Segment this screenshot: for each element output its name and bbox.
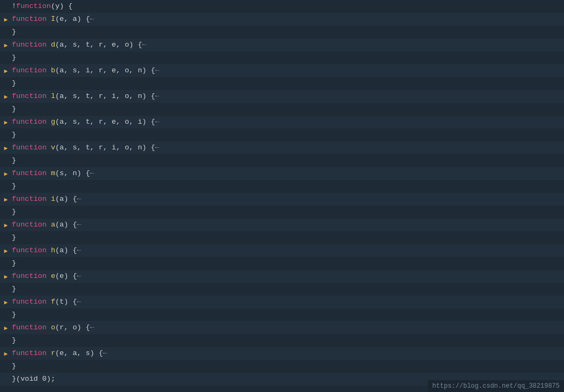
code-line: ▶ function f(t) {← — [0, 296, 564, 308]
code-line: ▶ function l(a, s, t, r, i, o, n) {← — [0, 90, 564, 103]
gutter-arrow[interactable]: ▶ — [0, 247, 12, 254]
gutter-arrow[interactable]: ▶ — [0, 325, 12, 331]
code-content: } — [12, 360, 564, 373]
code-line: } — [0, 129, 564, 141]
gutter-arrow[interactable]: ▶ — [0, 16, 12, 23]
code-content: } — [12, 103, 564, 116]
code-content: } — [12, 334, 564, 347]
gutter-arrow[interactable]: ▶ — [0, 42, 12, 49]
gutter-arrow[interactable]: ▶ — [0, 273, 12, 280]
code-content: function i(a) {← — [12, 193, 564, 206]
gutter-arrow[interactable]: ▶ — [0, 67, 12, 74]
gutter-arrow[interactable]: ▶ — [0, 145, 12, 152]
code-content: } — [12, 257, 564, 270]
code-content: } — [12, 180, 564, 193]
gutter-arrow[interactable]: ▶ — [0, 93, 12, 100]
code-line: ▶ function i(a) {← — [0, 193, 564, 206]
code-editor: !function(y) {▶ function I(e, a) {← }▶ f… — [0, 0, 564, 392]
code-line: ▶ function v(a, s, t, r, i, o, n) {← — [0, 141, 564, 154]
code-line: } — [0, 308, 564, 321]
code-content: } — [12, 308, 564, 321]
code-content: function I(e, a) {← — [12, 13, 564, 26]
code-line: } — [0, 231, 564, 244]
code-line: } — [0, 77, 564, 90]
gutter-arrow[interactable]: ▶ — [0, 119, 12, 126]
code-line: ▶ function o(r, o) {← — [0, 321, 564, 334]
code-line: } — [0, 257, 564, 270]
code-content: function d(a, s, t, r, e, o) {← — [12, 39, 564, 51]
gutter-arrow[interactable]: ▶ — [0, 350, 12, 357]
code-content: } — [12, 77, 564, 90]
code-content: function v(a, s, t, r, i, o, n) {← — [12, 141, 564, 154]
code-line: } — [0, 180, 564, 193]
code-line: ▶ function h(a) {← — [0, 244, 564, 257]
code-content: } — [12, 154, 564, 167]
gutter-arrow[interactable]: ▶ — [0, 196, 12, 203]
code-content: } — [12, 129, 564, 141]
code-line: ▶ function a(a) {← — [0, 218, 564, 231]
code-content: function r(e, a, s) {← — [12, 347, 564, 360]
code-line: ▶ function I(e, a) {← — [0, 13, 564, 26]
code-content: function a(a) {← — [12, 218, 564, 231]
code-line: ▶ function d(a, s, t, r, e, o) {← — [0, 39, 564, 51]
code-content: function e(e) {← — [12, 270, 564, 283]
code-line: } — [0, 154, 564, 167]
code-line: } — [0, 26, 564, 39]
code-line: ▶ function b(a, s, i, r, e, o, n) {← — [0, 64, 564, 77]
code-content: function l(a, s, t, r, i, o, n) {← — [12, 90, 564, 103]
code-content: function b(a, s, i, r, e, o, n) {← — [12, 64, 564, 77]
code-line: ▶ function e(e) {← — [0, 270, 564, 283]
gutter-arrow[interactable]: ▶ — [0, 299, 12, 306]
code-content: function g(a, s, t, r, e, o, i) {← — [12, 116, 564, 129]
code-line: } — [0, 283, 564, 296]
code-line: } — [0, 51, 564, 64]
gutter-arrow[interactable]: ▶ — [0, 170, 12, 177]
code-line: ▶ function r(e, a, s) {← — [0, 347, 564, 360]
code-content: } — [12, 283, 564, 296]
code-line: } — [0, 360, 564, 373]
code-content: } — [12, 26, 564, 39]
code-line: } — [0, 206, 564, 218]
watermark: https://blog.csdn.net/qq_38219875 — [428, 380, 564, 392]
code-content: !function(y) { — [12, 0, 564, 13]
code-content: function o(r, o) {← — [12, 321, 564, 334]
code-line: ▶ function g(a, s, t, r, e, o, i) {← — [0, 116, 564, 129]
gutter-arrow[interactable]: ▶ — [0, 222, 12, 229]
code-line: !function(y) { — [0, 0, 564, 13]
code-content: } — [12, 231, 564, 244]
code-content: function m(s, n) {← — [12, 167, 564, 180]
code-content: function f(t) {← — [12, 296, 564, 308]
code-line: ▶ function m(s, n) {← — [0, 167, 564, 180]
code-line: } — [0, 334, 564, 347]
code-content: function h(a) {← — [12, 244, 564, 257]
code-content: } — [12, 206, 564, 218]
code-line: } — [0, 103, 564, 116]
code-content: } — [12, 51, 564, 64]
